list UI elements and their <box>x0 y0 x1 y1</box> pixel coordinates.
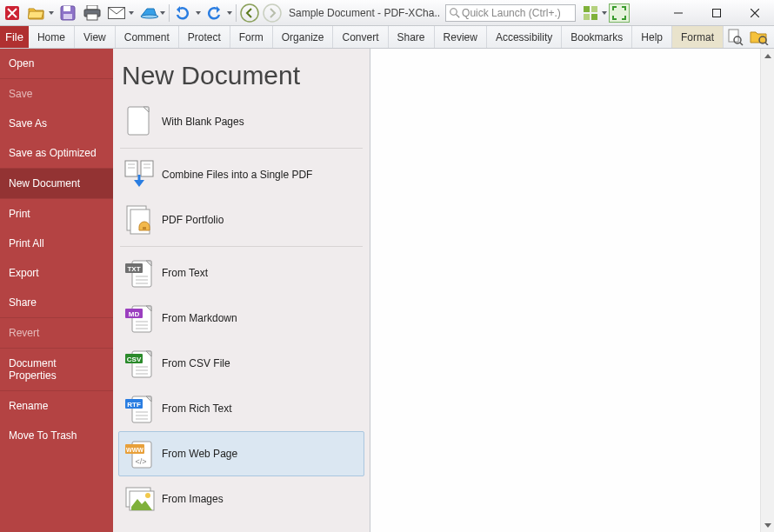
redo-button[interactable] <box>203 1 234 25</box>
tab-share[interactable]: Share <box>389 26 435 48</box>
file-tab[interactable]: File <box>0 26 29 48</box>
open-folder-button[interactable] <box>24 1 56 25</box>
option-from-markdown[interactable]: MD From Markdown <box>118 296 364 341</box>
option-from-rich-text[interactable]: RTF From Rich Text <box>118 386 364 431</box>
sidebar-item-export[interactable]: Export <box>0 258 113 288</box>
dropdown-icon <box>129 11 134 15</box>
preview-area <box>370 49 774 532</box>
tab-help[interactable]: Help <box>632 26 672 48</box>
nav-forward-button[interactable] <box>261 2 284 24</box>
find-document-button[interactable] <box>724 27 746 48</box>
svg-point-9 <box>241 4 258 22</box>
option-label: From CSV File <box>162 357 230 369</box>
WWW-icon: WWW </> <box>122 436 157 471</box>
scan-button[interactable] <box>136 1 167 25</box>
option-separator <box>120 246 363 247</box>
tab-review[interactable]: Review <box>435 26 487 48</box>
new-document-panel: New Document With Blank PagesCombine Fil… <box>113 49 370 532</box>
file-sidebar: OpenSaveSave AsSave as OptimizedNew Docu… <box>0 49 113 532</box>
quick-launch-input[interactable]: Quick Launch (Ctrl+.) <box>445 4 576 22</box>
dropdown-icon <box>227 11 232 15</box>
tab-comment[interactable]: Comment <box>116 26 179 48</box>
tab-convert[interactable]: Convert <box>333 26 388 48</box>
blank-icon <box>122 104 157 139</box>
sidebar-item-document-properties[interactable]: Document Properties <box>0 349 113 390</box>
nav-back-button[interactable] <box>238 2 261 24</box>
ribbon-tabs: File HomeViewCommentProtectFormOrganizeC… <box>0 26 774 49</box>
dropdown-icon <box>160 11 165 15</box>
svg-rect-14 <box>591 6 597 12</box>
option-label: From Rich Text <box>162 402 231 415</box>
combine-icon <box>122 157 157 192</box>
option-with-blank-pages[interactable]: With Blank Pages <box>118 99 364 144</box>
svg-rect-33 <box>143 227 146 229</box>
sidebar-item-save-as-optimized[interactable]: Save as Optimized <box>0 138 113 168</box>
svg-rect-15 <box>584 14 590 20</box>
svg-rect-26 <box>141 161 153 176</box>
backstage-view: OpenSaveSave AsSave as OptimizedNew Docu… <box>0 49 774 532</box>
scroll-down-icon[interactable] <box>761 518 774 532</box>
tab-home[interactable]: Home <box>29 26 75 48</box>
svg-point-11 <box>450 8 457 15</box>
svg-rect-3 <box>63 14 72 19</box>
sidebar-item-print[interactable]: Print <box>0 199 113 229</box>
scroll-up-icon[interactable] <box>761 49 774 63</box>
option-pdf-portfolio[interactable]: PDF Portfolio <box>118 197 364 243</box>
close-button[interactable] <box>736 0 774 26</box>
separator <box>236 4 237 22</box>
minimize-button[interactable] <box>659 0 697 26</box>
svg-rect-13 <box>584 6 590 12</box>
svg-line-12 <box>457 14 460 17</box>
option-from-text[interactable]: TXT From Text <box>118 250 364 296</box>
tab-bookmarks[interactable]: Bookmarks <box>562 26 632 48</box>
option-from-csv-file[interactable]: CSV From CSV File <box>118 341 364 386</box>
undo-button[interactable] <box>171 1 203 25</box>
print-button[interactable] <box>80 1 104 25</box>
option-label: From Images <box>162 493 224 505</box>
svg-rect-6 <box>87 14 97 20</box>
option-label: From Text <box>162 267 208 279</box>
vertical-scrollbar[interactable] <box>760 49 774 532</box>
window-title: Sample Document - PDF-XCha.. <box>284 7 445 19</box>
sidebar-item-save: Save <box>0 79 113 109</box>
app-icon[interactable] <box>0 1 24 25</box>
sidebar-item-save-as[interactable]: Save As <box>0 109 113 138</box>
svg-text:MD: MD <box>129 310 140 318</box>
RTF-icon: RTF <box>122 391 157 426</box>
tab-protect[interactable]: Protect <box>179 26 230 48</box>
sidebar-item-move-to-trash[interactable]: Move To Trash <box>0 421 113 450</box>
option-from-images[interactable]: From Images <box>118 476 364 522</box>
TXT-icon: TXT <box>122 256 157 290</box>
find-folder-button[interactable] <box>748 27 771 48</box>
tab-view[interactable]: View <box>75 26 116 48</box>
svg-rect-24 <box>128 107 149 135</box>
svg-text:CSV: CSV <box>127 356 142 363</box>
email-button[interactable] <box>104 1 136 25</box>
svg-line-21 <box>740 43 743 45</box>
option-combine-files-into-a-single-pdf[interactable]: Combine Files into a Single PDF <box>118 152 364 197</box>
maximize-button[interactable] <box>697 0 736 26</box>
save-button[interactable] <box>56 1 80 25</box>
dropdown-icon <box>602 11 607 15</box>
option-from-web-page[interactable]: WWW </> From Web Page <box>118 431 364 476</box>
panel-title: New Document <box>113 49 370 99</box>
sidebar-item-rename[interactable]: Rename <box>0 391 113 421</box>
sidebar-item-revert: Revert <box>0 318 113 348</box>
titlebar: Sample Document - PDF-XCha.. Quick Launc… <box>0 0 774 26</box>
tab-accessibility[interactable]: Accessibility <box>487 26 562 48</box>
tab-format[interactable]: Format <box>672 26 724 48</box>
ui-options-button[interactable] <box>579 1 609 25</box>
fullscreen-button[interactable] <box>609 3 630 23</box>
svg-point-10 <box>264 4 281 22</box>
image-icon <box>122 482 157 516</box>
portfolio-icon <box>122 203 157 237</box>
tab-form[interactable]: Form <box>230 26 273 48</box>
option-label: With Blank Pages <box>162 116 244 128</box>
sidebar-item-open[interactable]: Open <box>0 49 113 78</box>
sidebar-item-new-document[interactable]: New Document <box>0 169 113 198</box>
sidebar-item-share[interactable]: Share <box>0 288 113 317</box>
tab-organize[interactable]: Organize <box>273 26 334 48</box>
sidebar-item-print-all[interactable]: Print All <box>0 229 113 258</box>
window-controls <box>659 0 774 26</box>
svg-rect-2 <box>63 6 70 11</box>
